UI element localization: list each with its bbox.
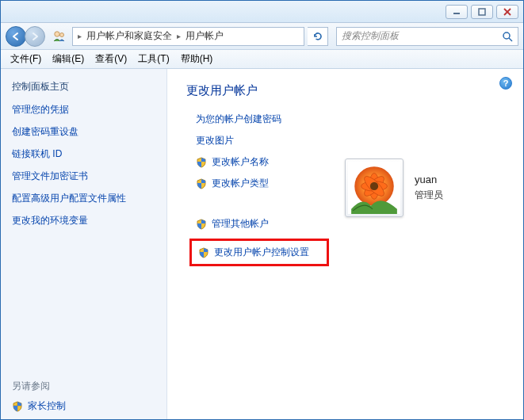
action-change-picture[interactable]: 更改图片 — [196, 134, 329, 147]
breadcrumb-segment[interactable]: 用户帐户 — [182, 29, 227, 43]
sidebar-bottom: 另请参阅 家长控制 — [12, 380, 155, 413]
sidebar-title[interactable]: 控制面板主页 — [12, 80, 155, 94]
control-panel-window: ▸ 用户帐户和家庭安全 ▸ 用户帐户 搜索控制面板 文件(F) 编辑(E) 查看… — [0, 0, 524, 420]
action-uac-settings[interactable]: 更改用户帐户控制设置 — [198, 246, 320, 259]
forward-button[interactable] — [25, 26, 45, 47]
main-row: 为您的帐户创建密码 更改图片 更改帐户名称 更改帐户类型 管理其他帐户 — [186, 113, 509, 266]
svg-point-6 — [503, 32, 510, 39]
maximize-button[interactable] — [471, 5, 493, 19]
avatar[interactable] — [345, 158, 404, 217]
action-change-name[interactable]: 更改帐户名称 — [196, 155, 329, 169]
shield-icon — [196, 219, 207, 230]
user-card: yuan 管理员 — [345, 109, 443, 266]
menu-view[interactable]: 查看(V) — [90, 51, 132, 67]
svg-line-7 — [509, 38, 512, 41]
sidebar: 控制面板主页 管理您的凭据 创建密码重设盘 链接联机 ID 管理文件加密证书 配… — [1, 69, 167, 419]
parental-controls-link[interactable]: 家长控制 — [12, 399, 155, 413]
svg-rect-1 — [479, 9, 485, 15]
titlebar — [1, 1, 523, 23]
sidebar-links: 管理您的凭据 创建密码重设盘 链接联机 ID 管理文件加密证书 配置高级用户配置… — [12, 103, 155, 227]
close-button[interactable] — [496, 5, 518, 19]
svg-point-5 — [60, 32, 64, 36]
shield-icon — [12, 401, 23, 412]
sidebar-link-credentials[interactable]: 管理您的凭据 — [12, 103, 155, 116]
action-manage-other[interactable]: 管理其他帐户 — [196, 217, 329, 231]
help-icon[interactable]: ? — [499, 77, 512, 90]
chevron-right-icon: ▸ — [76, 32, 83, 40]
sidebar-link-online-id[interactable]: 链接联机 ID — [12, 147, 155, 161]
svg-point-14 — [370, 182, 378, 190]
action-change-type[interactable]: 更改帐户类型 — [196, 177, 329, 190]
parental-controls-label: 家长控制 — [28, 399, 66, 413]
highlighted-action: 更改用户帐户控制设置 — [189, 239, 329, 266]
refresh-button[interactable] — [308, 27, 328, 46]
user-info: yuan 管理员 — [415, 174, 443, 202]
menubar: 文件(F) 编辑(E) 查看(V) 工具(T) 帮助(H) — [1, 50, 523, 69]
chevron-right-icon: ▸ — [175, 32, 182, 40]
sidebar-link-env-vars[interactable]: 更改我的环境变量 — [12, 214, 155, 227]
sidebar-link-password-reset[interactable]: 创建密码重设盘 — [12, 125, 155, 139]
action-list: 为您的帐户创建密码 更改图片 更改帐户名称 更改帐户类型 管理其他帐户 — [186, 113, 329, 266]
search-placeholder: 搜索控制面板 — [342, 29, 502, 43]
page-title: 更改用户帐户 — [186, 83, 509, 98]
location-icon — [52, 29, 66, 44]
navbar: ▸ 用户帐户和家庭安全 ▸ 用户帐户 搜索控制面板 — [1, 23, 523, 50]
menu-file[interactable]: 文件(F) — [6, 51, 46, 67]
user-role: 管理员 — [415, 189, 443, 202]
breadcrumb-segment[interactable]: 用户帐户和家庭安全 — [83, 29, 175, 43]
shield-icon — [198, 247, 209, 258]
shield-icon — [196, 157, 207, 168]
action-create-password[interactable]: 为您的帐户创建密码 — [196, 113, 329, 126]
nav-buttons — [6, 26, 44, 47]
minimize-button[interactable] — [446, 5, 468, 19]
search-icon — [502, 31, 513, 42]
svg-point-4 — [55, 31, 59, 36]
main: ? 更改用户帐户 为您的帐户创建密码 更改图片 更改帐户名称 更改帐户类型 — [167, 69, 523, 419]
body: 控制面板主页 管理您的凭据 创建密码重设盘 链接联机 ID 管理文件加密证书 配… — [1, 69, 523, 419]
menu-edit[interactable]: 编辑(E) — [48, 51, 89, 67]
see-also-label: 另请参阅 — [12, 380, 155, 393]
user-name: yuan — [415, 174, 443, 185]
menu-tools[interactable]: 工具(T) — [133, 51, 174, 67]
shield-icon — [196, 178, 207, 189]
breadcrumb[interactable]: ▸ 用户帐户和家庭安全 ▸ 用户帐户 — [72, 27, 304, 46]
search-input[interactable]: 搜索控制面板 — [336, 27, 518, 46]
sidebar-link-encryption-cert[interactable]: 管理文件加密证书 — [12, 170, 155, 183]
sidebar-link-profile-props[interactable]: 配置高级用户配置文件属性 — [12, 192, 155, 205]
back-button[interactable] — [6, 26, 26, 47]
menu-help[interactable]: 帮助(H) — [176, 51, 218, 67]
